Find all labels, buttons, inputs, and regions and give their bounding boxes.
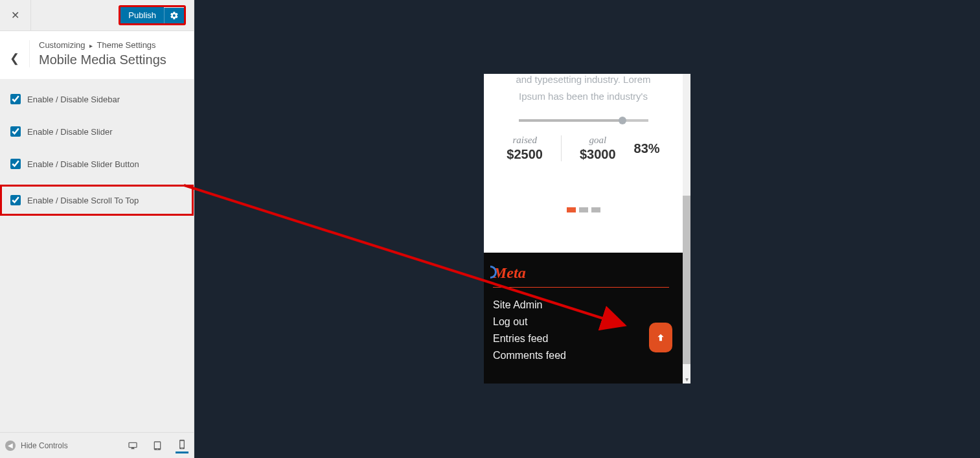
meta-title: Meta bbox=[493, 264, 674, 282]
option-enable-slider-checkbox[interactable] bbox=[10, 126, 21, 137]
meta-links-list: Site Admin Log out Entries feed Comments… bbox=[493, 297, 674, 364]
section-title: Mobile Media Settings bbox=[39, 52, 166, 67]
mobile-icon bbox=[177, 439, 187, 450]
option-label: Enable / Disable Scroll To Top bbox=[27, 196, 139, 205]
publish-settings-button[interactable] bbox=[164, 8, 184, 23]
option-label: Enable / Disable Slider Button bbox=[27, 159, 139, 169]
preview-scrollbar[interactable]: ▾ bbox=[683, 74, 690, 384]
carousel-dot[interactable] bbox=[591, 207, 600, 212]
publish-button[interactable]: Publish bbox=[120, 7, 164, 23]
customizer-footer: ◀ Hide Controls bbox=[0, 432, 194, 458]
stat-percent: 83% bbox=[634, 141, 660, 156]
option-enable-slider-button[interactable]: Enable / Disable Slider Button bbox=[0, 152, 194, 176]
scrollbar-thumb[interactable] bbox=[683, 196, 690, 364]
tablet-icon bbox=[152, 441, 163, 451]
customizer-topbar: ✕ Publish bbox=[0, 0, 194, 31]
device-switcher bbox=[126, 438, 188, 453]
arrow-up-icon bbox=[655, 331, 666, 344]
stat-value: $3000 bbox=[580, 147, 616, 162]
stat-raised: raised $2500 bbox=[507, 135, 543, 162]
breadcrumb-item: Theme Settings bbox=[97, 40, 156, 50]
meta-link-site-admin[interactable]: Site Admin bbox=[493, 297, 674, 314]
meta-link-entries-feed[interactable]: Entries feed bbox=[493, 330, 674, 347]
breadcrumb-root: Customizing bbox=[39, 40, 85, 50]
stat-label: raised bbox=[507, 135, 543, 146]
meta-circle-icon bbox=[484, 266, 497, 279]
progress-fill bbox=[519, 119, 622, 122]
stats-row: raised $2500 goal $3000 83% bbox=[484, 135, 683, 162]
progress-slider[interactable] bbox=[519, 119, 648, 122]
chevron-left-icon: ❮ bbox=[10, 51, 19, 65]
hide-controls-label: Hide Controls bbox=[21, 441, 68, 450]
carousel-dot[interactable] bbox=[579, 207, 588, 212]
option-enable-slider[interactable]: Enable / Disable Slider bbox=[0, 120, 194, 143]
breadcrumb: Customizing ▸ Theme Settings bbox=[39, 40, 166, 50]
option-enable-slider-button-checkbox[interactable] bbox=[10, 159, 21, 169]
device-desktop-button[interactable] bbox=[126, 438, 139, 453]
option-enable-scroll-to-top[interactable]: Enable / Disable Scroll To Top bbox=[0, 185, 194, 216]
option-label: Enable / Disable Slider bbox=[27, 127, 113, 137]
customizer-header: ❮ Customizing ▸ Theme Settings Mobile Me… bbox=[0, 31, 194, 80]
device-mobile-button[interactable] bbox=[176, 438, 188, 453]
preview-area: ▾ and typesetting industry. Lorem Ipsum … bbox=[194, 0, 980, 458]
options-list: Enable / Disable Sidebar Enable / Disabl… bbox=[0, 80, 194, 432]
breadcrumb-separator-icon: ▸ bbox=[89, 42, 93, 49]
carousel-dot-active[interactable] bbox=[567, 207, 576, 212]
mobile-preview-frame: ▾ and typesetting industry. Lorem Ipsum … bbox=[484, 74, 690, 384]
stat-divider bbox=[561, 135, 562, 161]
progress-thumb[interactable] bbox=[619, 117, 626, 124]
option-enable-sidebar[interactable]: Enable / Disable Sidebar bbox=[0, 87, 194, 111]
stat-value: $2500 bbox=[507, 147, 543, 162]
meta-title-text: Meta bbox=[493, 264, 526, 281]
close-icon: ✕ bbox=[11, 9, 19, 21]
preview-lorem-text: and typesetting industry. Lorem Ipsum ha… bbox=[484, 74, 683, 105]
back-button[interactable]: ❮ bbox=[0, 40, 30, 67]
stat-label: goal bbox=[580, 135, 616, 146]
scroll-to-top-button[interactable] bbox=[649, 323, 672, 352]
carousel-dots bbox=[484, 207, 683, 212]
stat-goal: goal $3000 bbox=[580, 135, 616, 162]
gear-icon bbox=[170, 11, 179, 20]
preview-content: and typesetting industry. Lorem Ipsum ha… bbox=[484, 74, 683, 384]
meta-divider bbox=[493, 287, 669, 288]
publish-group-highlight: Publish bbox=[119, 5, 186, 25]
lorem-line: Ipsum has been the industry's bbox=[503, 88, 663, 105]
meta-link-log-out[interactable]: Log out bbox=[493, 314, 674, 330]
hide-controls-button[interactable]: ◀ Hide Controls bbox=[5, 441, 68, 451]
scrollbar-down-icon: ▾ bbox=[683, 374, 690, 384]
option-enable-sidebar-checkbox[interactable] bbox=[10, 94, 21, 104]
desktop-icon bbox=[128, 441, 138, 451]
device-tablet-button[interactable] bbox=[151, 438, 164, 453]
preview-footer-meta: Meta Site Admin Log out Entries feed Com… bbox=[484, 253, 683, 384]
option-enable-scroll-to-top-checkbox[interactable] bbox=[10, 195, 21, 205]
close-customizer-button[interactable]: ✕ bbox=[0, 0, 31, 31]
option-label: Enable / Disable Sidebar bbox=[27, 95, 120, 104]
meta-link-comments-feed[interactable]: Comments feed bbox=[493, 347, 674, 364]
customizer-panel: ✕ Publish ❮ Customizing ▸ Theme Settings… bbox=[0, 0, 194, 458]
lorem-line: and typesetting industry. Lorem bbox=[503, 74, 663, 88]
chevron-left-circle-icon: ◀ bbox=[5, 441, 16, 451]
